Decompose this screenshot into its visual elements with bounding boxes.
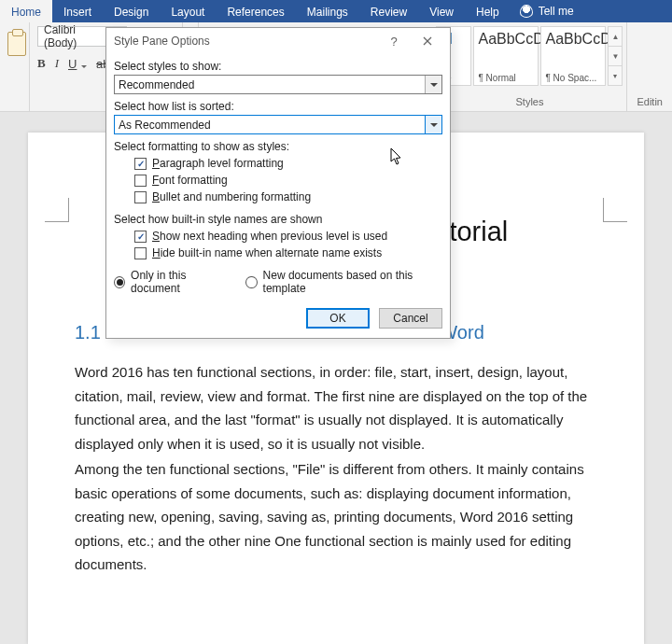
gallery-up-icon[interactable]: ▲: [609, 27, 622, 47]
close-icon[interactable]: [411, 35, 444, 49]
margin-corner-icon: [45, 198, 69, 222]
group-clipboard: [0, 22, 30, 111]
label-builtin: Select how built-in style names are show…: [114, 213, 442, 226]
checkbox-icon: [134, 247, 147, 259]
radio-only-label: Only in this document: [131, 269, 229, 295]
tell-me-label: Tell me: [539, 5, 574, 18]
chk-hide-builtin[interactable]: Hide built-in name when alternate name e…: [134, 246, 442, 259]
style-name: ¶ No Spac...: [545, 73, 601, 83]
group-editing: Editin: [627, 22, 672, 111]
select-styles-dropdown[interactable]: Recommended: [114, 75, 442, 94]
tell-me-search[interactable]: Tell me: [511, 0, 583, 22]
ok-button[interactable]: OK: [306, 308, 370, 329]
bold-button[interactable]: B: [37, 56, 46, 71]
radio-new-docs[interactable]: New documents based on this template: [245, 269, 442, 295]
select-styles-value: Recommended: [115, 78, 425, 91]
chk-font-formatting[interactable]: Font formatting: [134, 174, 442, 187]
tab-references[interactable]: References: [216, 0, 295, 22]
margin-corner-icon: [603, 198, 627, 222]
style-preview: AaBbCcDc: [478, 29, 534, 48]
group-label-editing: Editin: [635, 96, 665, 111]
checkbox-icon: [134, 191, 147, 203]
checkbox-icon: [134, 231, 147, 243]
gallery-scroll[interactable]: ▲ ▼ ▾: [608, 26, 623, 86]
document-body[interactable]: Word 2016 has ten functional sections, i…: [75, 360, 597, 577]
chk-paragraph-label: Paragraph level formatting: [152, 157, 284, 170]
dialog-titlebar[interactable]: Style Pane Options ?: [106, 28, 450, 54]
style-name: ¶ Normal: [478, 73, 534, 83]
radio-only-this-doc[interactable]: Only in this document: [114, 269, 229, 295]
group-styles: al ne AaBbCcDc ¶ Normal AaBbCcDc ¶ No Sp…: [432, 22, 627, 111]
gallery-more-icon[interactable]: ▾: [609, 66, 622, 85]
label-formatting: Select formatting to show as styles:: [114, 140, 442, 153]
document-paragraph[interactable]: Among the ten functional sections, "File…: [75, 457, 597, 577]
paste-icon[interactable]: [7, 32, 26, 56]
style-tile[interactable]: AaBbCcDc ¶ No Spac...: [540, 26, 606, 86]
style-preview: AaBbCcDc: [545, 29, 601, 48]
tab-home[interactable]: Home: [0, 0, 52, 22]
style-tile[interactable]: AaBbCcDc ¶ Normal: [473, 26, 539, 86]
tab-mailings[interactable]: Mailings: [296, 0, 359, 22]
radio-icon: [245, 276, 257, 288]
gallery-down-icon[interactable]: ▼: [609, 47, 622, 66]
tab-review[interactable]: Review: [359, 0, 418, 22]
bulb-icon: [520, 5, 533, 18]
underline-button[interactable]: U: [68, 57, 87, 71]
chk-next-heading-label: Show next heading when previous level is…: [152, 230, 387, 243]
tab-design[interactable]: Design: [103, 0, 160, 22]
group-label-styles: Styles: [436, 96, 623, 111]
label-sort: Select how list is sorted:: [114, 100, 442, 113]
chevron-down-icon[interactable]: [81, 65, 87, 68]
underline-label: U: [68, 57, 77, 71]
radio-icon: [114, 276, 125, 288]
chk-show-next-heading[interactable]: Show next heading when previous level is…: [134, 230, 442, 243]
help-icon[interactable]: ?: [377, 35, 411, 49]
chk-paragraph-formatting[interactable]: Paragraph level formatting: [134, 157, 442, 170]
chevron-down-icon[interactable]: [425, 116, 441, 133]
tab-view[interactable]: View: [418, 0, 465, 22]
font-name-value: Calibri (Body): [44, 23, 108, 49]
tab-help[interactable]: Help: [465, 0, 511, 22]
sort-value: As Recommended: [115, 119, 425, 132]
radio-new-label: New documents based on this template: [263, 269, 442, 295]
chk-bullet-formatting[interactable]: Bullet and numbering formatting: [134, 190, 442, 203]
italic-button[interactable]: I: [55, 56, 59, 71]
styles-gallery[interactable]: al ne AaBbCcDc ¶ Normal AaBbCcDc ¶ No Sp…: [436, 26, 623, 86]
tab-insert[interactable]: Insert: [52, 0, 103, 22]
cancel-button[interactable]: Cancel: [379, 308, 442, 329]
ribbon-tabs: Home Insert Design Layout References Mai…: [0, 0, 672, 22]
style-pane-options-dialog: Style Pane Options ? Select styles to sh…: [105, 27, 451, 339]
label-select-styles: Select styles to show:: [114, 60, 442, 73]
document-paragraph[interactable]: Word 2016 has ten functional sections, i…: [75, 360, 597, 455]
dialog-title: Style Pane Options: [114, 35, 377, 48]
tab-layout[interactable]: Layout: [160, 0, 216, 22]
chk-hide-builtin-label: Hide built-in name when alternate name e…: [152, 246, 382, 259]
chevron-down-icon[interactable]: [425, 76, 441, 93]
chk-bullet-label: Bullet and numbering formatting: [152, 190, 311, 203]
checkbox-icon: [134, 158, 147, 170]
sort-dropdown[interactable]: As Recommended: [114, 115, 442, 134]
checkbox-icon: [134, 175, 147, 187]
chk-font-label: Font formatting: [152, 174, 228, 187]
